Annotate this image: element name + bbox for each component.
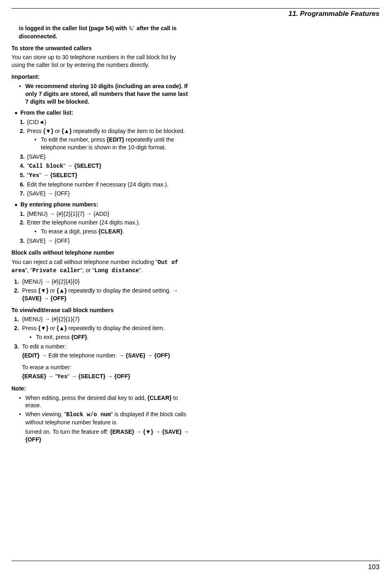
- bn-step-1: {MENU} → {#}{2}{4}{0}: [20, 278, 190, 286]
- handset-blocked-icon: [129, 25, 134, 33]
- ve2-sub: To exit, press {OFF}.: [29, 333, 190, 341]
- bn-step-2: Press {▼} or {▲} repeatedly to display t…: [20, 287, 190, 302]
- note-1: When editing, press the desired dial key…: [19, 394, 190, 410]
- footer-rule: [11, 561, 380, 561]
- ve-step-1: {MENU} → {#}{2}{1}{7}: [20, 315, 190, 323]
- be-step-3: {SAVE} → {OFF}: [26, 237, 190, 245]
- from-caller-steps: {CID◄} Press {▼} or {▲} repeatedly to di…: [11, 118, 190, 197]
- fc2-sublist: To edit the number, press {EDIT} repeate…: [27, 136, 190, 151]
- important-label: Important:: [11, 73, 190, 81]
- fc2-sub: To edit the number, press {EDIT} repeate…: [34, 136, 190, 151]
- note-label: Note:: [11, 385, 190, 393]
- fc-step-7: {SAVE} → {OFF}: [26, 190, 190, 197]
- store-unwanted-body: You can store up to 30 telephone numbers…: [11, 53, 190, 69]
- top-rule: [11, 8, 380, 9]
- fc-step-2: Press {▼} or {▲} repeatedly to display t…: [26, 127, 190, 152]
- store-unwanted-head: To store the unwanted callers: [11, 44, 190, 52]
- intro-paragraph: is logged in the caller list (page 54) w…: [19, 24, 190, 40]
- from-caller-list-head: From the caller list:: [15, 109, 190, 117]
- important-list: We recommend storing 10 digits (includin…: [11, 82, 190, 106]
- by-entering-steps: {MENU} → {#}{2}{1}{7} → {ADD} Enter the …: [11, 210, 190, 245]
- chapter-title: 11. Programmable Features: [11, 9, 380, 19]
- content-columns: is logged in the caller list (page 54) w…: [11, 23, 380, 553]
- fc-step-3: {SAVE}: [26, 153, 190, 161]
- important-bullet: We recommend storing 10 digits (includin…: [19, 82, 190, 106]
- col2-continuation: turned on. To turn the feature off: {ERA…: [25, 428, 190, 444]
- ve-step-3: To edit a number: {EDIT} → Edit the tele…: [20, 343, 190, 381]
- be2-sub: To erase a digit, press {CLEAR}.: [34, 228, 190, 235]
- view-edit-erase-steps: {MENU} → {#}{2}{1}{7} Press {▼} or {▲} r…: [11, 315, 190, 380]
- block-no-num-body: You can reject a call without telephone …: [11, 258, 190, 275]
- intro-text-a: is logged in the caller list (page 54) w…: [19, 25, 128, 31]
- fc-step-4: "Call block" → {SELECT}: [26, 162, 190, 170]
- note-list: When editing, press the desired dial key…: [11, 394, 190, 427]
- view-edit-erase-head: To view/edit/erase call block numbers: [11, 306, 190, 314]
- note-2: When viewing, "Block w/o num" is display…: [19, 410, 190, 426]
- fc-step-1: {CID◄}: [26, 118, 190, 126]
- by-entering-head: By entering phone numbers:: [15, 201, 190, 209]
- be-step-1: {MENU} → {#}{2}{1}{7} → {ADD}: [26, 210, 190, 218]
- fc-step-6: Edit the telephone number if necessary (…: [26, 181, 190, 189]
- block-no-num-head: Block calls without telephone number: [11, 249, 190, 257]
- page-number: 103: [11, 563, 380, 572]
- ve2-sublist: To exit, press {OFF}.: [22, 333, 190, 341]
- block-no-num-steps: {MENU} → {#}{2}{4}{0} Press {▼} or {▲} r…: [11, 278, 190, 302]
- fc-step-5: "Yes" → {SELECT}: [26, 171, 190, 180]
- be-step-2: Enter the telephone number (24 digits ma…: [26, 219, 190, 235]
- ve-step-2: Press {▼} or {▲} repeatedly to display t…: [20, 324, 190, 341]
- be2-sublist: To erase a digit, press {CLEAR}.: [27, 228, 190, 235]
